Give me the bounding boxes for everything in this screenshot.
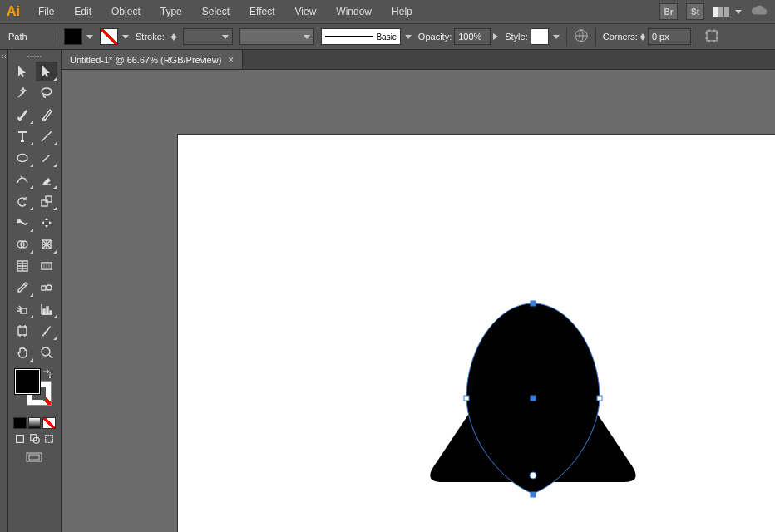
sync-settings-button[interactable]: [750, 4, 768, 20]
paintbrush-tool[interactable]: [36, 148, 58, 168]
symbol-sprayer-tool[interactable]: [12, 299, 34, 319]
artboard-tool[interactable]: [12, 321, 34, 341]
free-transform-tool[interactable]: [36, 213, 58, 233]
corners-stepper[interactable]: [640, 33, 645, 41]
color-mode-solid[interactable]: [13, 417, 27, 429]
stroke-weight-label: Stroke:: [136, 32, 165, 42]
style-swatch-icon: [531, 28, 549, 45]
bridge-button[interactable]: Br: [659, 3, 678, 20]
column-graph-tool[interactable]: [36, 299, 58, 319]
svg-point-3: [17, 155, 27, 162]
stroke-swatch-icon: [100, 28, 118, 45]
align-to-button[interactable]: [705, 29, 718, 45]
gradient-tool[interactable]: [36, 256, 58, 276]
panel-collapse-toggle[interactable]: ‹‹: [0, 50, 8, 532]
type-tool[interactable]: [12, 126, 34, 146]
selection-tool[interactable]: [12, 62, 34, 81]
panel-grip[interactable]: [10, 53, 59, 60]
chevron-down-icon: [735, 10, 742, 14]
eraser-tool[interactable]: [36, 170, 58, 190]
variable-width-profile[interactable]: [239, 28, 314, 45]
opacity-dropdown-icon[interactable]: [493, 33, 498, 40]
svg-rect-4: [42, 200, 47, 206]
magic-wand-tool[interactable]: [12, 83, 34, 103]
svg-rect-29: [531, 396, 536, 401]
svg-rect-20: [16, 436, 23, 443]
menu-type[interactable]: Type: [152, 2, 190, 21]
brush-name-label: Basic: [376, 32, 396, 42]
color-mode-row: [10, 416, 59, 431]
document-tab-bar: Untitled-1* @ 66.67% (RGB/Preview) ×: [62, 50, 775, 70]
chevron-down-icon: [304, 35, 310, 39]
shaper-tool[interactable]: [12, 170, 34, 190]
svg-rect-15: [43, 309, 45, 314]
swap-fill-stroke-button[interactable]: [41, 369, 52, 381]
draw-behind[interactable]: [28, 432, 42, 446]
arrange-docs-icon: [713, 7, 729, 17]
svg-rect-28: [464, 396, 469, 401]
menu-edit[interactable]: Edit: [66, 2, 100, 21]
perspective-grid-tool[interactable]: [36, 234, 58, 254]
blend-tool[interactable]: [36, 278, 58, 298]
draw-normal[interactable]: [13, 432, 27, 446]
menu-window[interactable]: Window: [328, 2, 380, 21]
hand-tool[interactable]: [12, 342, 34, 362]
menu-object[interactable]: Object: [103, 2, 149, 21]
rotate-tool[interactable]: [12, 191, 34, 211]
mesh-tool[interactable]: [12, 256, 34, 276]
fill-swatch-icon: [64, 28, 82, 45]
recolor-artwork-button[interactable]: [574, 28, 589, 46]
menu-select[interactable]: Select: [194, 2, 238, 21]
document-tab[interactable]: Untitled-1* @ 66.67% (RGB/Preview) ×: [62, 50, 243, 69]
svg-rect-16: [47, 307, 48, 314]
graphic-style-picker[interactable]: [531, 28, 560, 45]
opacity-input[interactable]: 100%: [454, 28, 491, 45]
pen-tool[interactable]: [12, 105, 34, 125]
svg-rect-12: [42, 286, 46, 290]
draw-inside[interactable]: [42, 432, 56, 446]
slice-tool[interactable]: [36, 321, 58, 341]
svg-point-19: [42, 347, 50, 356]
curvature-tool[interactable]: [36, 105, 58, 125]
stock-button[interactable]: St: [686, 3, 704, 20]
control-bar: Path Stroke: Basic Opacity: 100% Style: …: [0, 23, 775, 50]
corners-input[interactable]: 0 px: [648, 28, 691, 45]
fill-color-box[interactable]: [15, 369, 40, 394]
color-mode-gradient[interactable]: [28, 417, 42, 429]
brush-definition-picker[interactable]: Basic: [321, 28, 412, 45]
globe-icon: [574, 28, 589, 43]
fill-color-picker[interactable]: [64, 28, 93, 45]
line-segment-tool[interactable]: [36, 126, 58, 146]
stroke-weight-stepper[interactable]: [171, 33, 176, 41]
menu-bar: Ai File Edit Object Type Select Effect V…: [0, 0, 775, 23]
corners-label: Corners:: [603, 32, 638, 42]
chevron-down-icon: [122, 35, 129, 39]
svg-rect-23: [46, 436, 53, 443]
shape-builder-tool[interactable]: [12, 234, 34, 254]
stroke-weight-input[interactable]: [183, 28, 233, 45]
direct-selection-tool[interactable]: [36, 62, 58, 81]
chevron-down-icon: [553, 35, 560, 39]
color-mode-none[interactable]: [42, 417, 56, 429]
arrange-docs-button[interactable]: [713, 7, 742, 17]
menu-file[interactable]: File: [30, 2, 62, 21]
close-tab-button[interactable]: ×: [228, 54, 234, 66]
zoom-tool[interactable]: [36, 342, 58, 362]
width-tool[interactable]: [12, 213, 34, 233]
artwork-overlay: [178, 135, 775, 532]
menu-view[interactable]: View: [287, 2, 325, 21]
cloud-icon: [750, 4, 768, 17]
style-label: Style:: [505, 32, 528, 42]
eyedropper-tool[interactable]: [12, 278, 34, 298]
lasso-tool[interactable]: [36, 83, 58, 103]
screen-mode-button[interactable]: [10, 447, 59, 469]
canvas-area[interactable]: [62, 70, 775, 532]
fill-stroke-box[interactable]: [13, 369, 56, 411]
scale-tool[interactable]: [36, 191, 58, 211]
menu-effect[interactable]: Effect: [241, 2, 283, 21]
svg-rect-18: [18, 327, 27, 335]
ellipse-tool[interactable]: [12, 148, 34, 168]
stroke-color-picker[interactable]: [100, 28, 129, 45]
draw-mode-row: [10, 431, 59, 447]
menu-help[interactable]: Help: [383, 2, 421, 21]
